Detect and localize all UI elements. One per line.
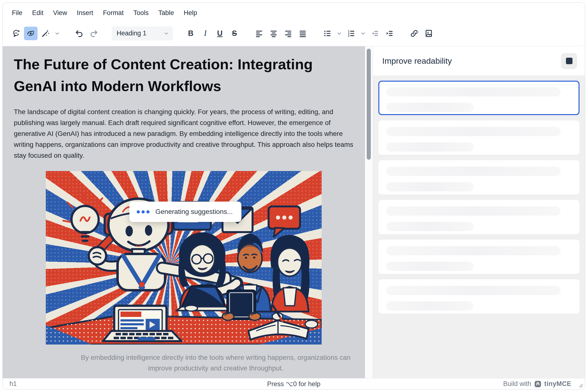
numbered-list-icon: 1 2 3 xyxy=(347,29,355,38)
block-format-select[interactable]: Heading 1 xyxy=(112,26,173,40)
undo-button[interactable] xyxy=(73,27,86,40)
align-left-button[interactable] xyxy=(252,27,266,40)
suggestion-list xyxy=(373,76,585,378)
justify-icon xyxy=(299,29,307,38)
menu-help[interactable]: Help xyxy=(184,9,197,17)
ai-shortcuts-dropdown[interactable] xyxy=(53,27,61,40)
stop-generation-button[interactable] xyxy=(561,53,577,69)
outdent-button[interactable] xyxy=(368,27,382,40)
status-bar: h1 Press ⌥0 for help Build with tinyMCE xyxy=(3,378,585,389)
text-style-group: B I U S xyxy=(184,27,241,40)
block-format-value: Heading 1 xyxy=(117,30,146,37)
ai-suggestions-sidebar: Improve readability xyxy=(373,46,585,378)
undo-icon xyxy=(75,29,84,38)
insert-group xyxy=(407,27,435,40)
strikethrough-icon: S xyxy=(232,30,237,37)
suggestion-card-skeleton[interactable] xyxy=(378,279,579,314)
bold-button[interactable]: B xyxy=(184,27,198,40)
toolbar: Heading 1 B I U S xyxy=(3,20,585,46)
align-right-icon xyxy=(284,29,292,38)
menu-edit[interactable]: Edit xyxy=(32,9,44,17)
justify-button[interactable] xyxy=(296,27,310,40)
menu-format[interactable]: Format xyxy=(103,9,124,17)
branding[interactable]: Build with tinyMCE xyxy=(503,380,577,388)
strikethrough-button[interactable]: S xyxy=(228,27,241,40)
editor-canvas[interactable]: The Future of Content Creation: Integrat… xyxy=(3,46,373,378)
skeleton-bar xyxy=(386,262,473,271)
sidebar-header: Improve readability xyxy=(373,46,585,76)
chevron-down-icon xyxy=(360,30,366,36)
loading-dots-icon xyxy=(137,210,150,214)
document-paragraph[interactable]: The landscape of digital content creatio… xyxy=(14,106,359,161)
skeleton-bar xyxy=(386,167,560,176)
chevron-down-icon xyxy=(54,30,60,36)
skeleton-bar xyxy=(386,127,560,136)
menu-file[interactable]: File xyxy=(12,9,23,17)
main-area: The Future of Content Creation: Integrat… xyxy=(3,46,585,378)
image-icon xyxy=(424,29,433,38)
indent-icon xyxy=(385,29,394,38)
editor-window: File Edit View Insert Format Tools Table… xyxy=(3,2,585,390)
history-group xyxy=(73,27,101,40)
numbered-list-dropdown[interactable] xyxy=(359,27,367,40)
image-caption: By embedding intelligence directly into … xyxy=(78,352,354,374)
align-center-button[interactable] xyxy=(267,27,280,40)
align-left-icon xyxy=(255,29,263,38)
document-heading[interactable]: The Future of Content Creation: Integrat… xyxy=(14,54,336,97)
italic-icon: I xyxy=(204,29,207,37)
menu-tools[interactable]: Tools xyxy=(133,9,149,17)
tablet xyxy=(222,290,261,320)
branding-name: tinyMCE xyxy=(544,380,571,388)
menu-bar: File Edit View Insert Format Tools Table… xyxy=(3,3,585,20)
resize-handle-icon[interactable] xyxy=(578,383,583,388)
format-group: Heading 1 xyxy=(112,26,173,40)
generating-suggestions-toast: Generating suggestions... xyxy=(129,202,241,222)
numbered-list-button[interactable]: 1 2 3 xyxy=(344,27,358,40)
bold-icon: B xyxy=(188,30,193,37)
speech-bubble-icon xyxy=(269,206,300,237)
ai-shortcuts-button[interactable] xyxy=(39,27,52,40)
stop-icon xyxy=(566,58,572,64)
scrollbar-thumb[interactable] xyxy=(367,49,371,160)
suggestion-card-skeleton[interactable] xyxy=(378,240,579,274)
ai-review-icon xyxy=(27,29,35,38)
lightbulb-icon xyxy=(63,194,108,241)
bullet-list-button[interactable] xyxy=(321,27,334,40)
skeleton-bar xyxy=(386,182,473,192)
suggestion-card-skeleton[interactable] xyxy=(378,200,579,234)
magic-wand-icon xyxy=(41,29,50,38)
illustration-scene xyxy=(46,171,322,344)
tinymce-logo-icon xyxy=(534,380,541,388)
chevron-down-icon xyxy=(336,30,342,36)
chevron-down-icon xyxy=(164,31,169,36)
generating-suggestions-label: Generating suggestions... xyxy=(155,208,233,216)
suggestion-card-skeleton[interactable] xyxy=(378,160,579,194)
align-right-button[interactable] xyxy=(281,27,295,40)
link-button[interactable] xyxy=(407,27,421,40)
suggestion-card-skeleton[interactable] xyxy=(378,120,579,155)
article-illustration xyxy=(46,171,322,344)
menu-insert[interactable]: Insert xyxy=(77,9,93,17)
skeleton-bar xyxy=(386,103,473,112)
sidebar-title: Improve readability xyxy=(382,56,452,66)
indent-button[interactable] xyxy=(383,27,396,40)
italic-button[interactable]: I xyxy=(199,27,212,40)
underline-icon: U xyxy=(217,30,223,37)
ai-assistant-button[interactable] xyxy=(10,27,23,40)
skeleton-bar xyxy=(386,142,473,152)
menu-table[interactable]: Table xyxy=(158,9,174,17)
skeleton-bar xyxy=(386,222,473,231)
underline-button[interactable]: U xyxy=(213,27,227,40)
insert-image-button[interactable] xyxy=(422,27,435,40)
redo-button[interactable] xyxy=(87,27,101,40)
editor-scrollbar[interactable] xyxy=(365,46,373,378)
help-shortcut-text: Press ⌥0 for help xyxy=(3,380,585,388)
suggestion-card-skeleton-selected[interactable] xyxy=(378,81,579,115)
menu-view[interactable]: View xyxy=(53,9,67,17)
skeleton-bar xyxy=(386,87,560,96)
skeleton-bar xyxy=(386,302,473,310)
bullet-list-dropdown[interactable] xyxy=(335,27,343,40)
ai-review-button[interactable] xyxy=(24,27,38,40)
skeleton-bar xyxy=(386,286,560,295)
ai-toolbar-group xyxy=(10,27,61,40)
